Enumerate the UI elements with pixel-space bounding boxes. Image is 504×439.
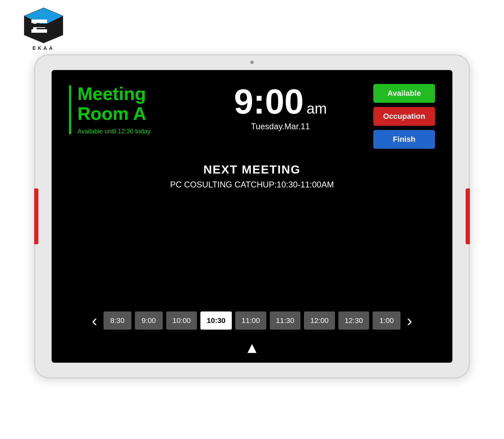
green-accent-bar (69, 85, 71, 134)
available-text: Available until 12:30 today (77, 128, 151, 135)
top-section: MeetingRoom A Available until 12:30 toda… (52, 70, 452, 156)
available-button[interactable]: Available (373, 84, 435, 103)
logo-icon (21, 6, 66, 45)
svg-rect-5 (24, 24, 63, 27)
room-name: MeetingRoom A (77, 84, 151, 124)
clock-hours-minutes: 9:00 (234, 84, 304, 119)
logo-container: EKAA (21, 6, 66, 51)
time-slot-1230[interactable]: 12:30 (338, 311, 369, 330)
time-slot-1200[interactable]: 12:00 (304, 311, 335, 330)
timeline-prev-arrow[interactable]: ‹ (85, 311, 103, 330)
time-slot-900[interactable]: 9:00 (135, 311, 163, 330)
time-slot-1030[interactable]: 10:30 (200, 311, 232, 330)
timeline-slots: 8:309:0010:0010:3011:0011:3012:0012:301:… (104, 311, 401, 330)
clock-date: Tuesday.Mar.11 (251, 122, 310, 131)
next-meeting-title: NEXT MEETING (203, 163, 300, 176)
clock-time: 9:00 am (234, 84, 327, 119)
logo-area: EKAA (0, 0, 504, 54)
timeline-next-arrow[interactable]: › (400, 311, 418, 330)
clock-ampm: am (306, 101, 327, 116)
timeline-section: ‹ 8:309:0010:0010:3011:0011:3012:0012:30… (52, 301, 452, 337)
time-slot-1100[interactable]: 11:00 (235, 311, 266, 330)
up-arrow-section: ▲ (52, 337, 452, 363)
time-slot-1130[interactable]: 11:30 (270, 311, 301, 330)
time-slot-830[interactable]: 8:30 (104, 311, 131, 330)
tablet-device: MeetingRoom A Available until 12:30 toda… (34, 54, 470, 378)
screen: MeetingRoom A Available until 12:30 toda… (52, 70, 452, 363)
action-buttons: Available Occupation Finish (373, 84, 435, 149)
clock-area: 9:00 am Tuesday.Mar.11 (188, 84, 373, 131)
time-slot-100[interactable]: 1:00 (373, 311, 400, 330)
logo-text: EKAA (32, 45, 55, 51)
up-arrow[interactable]: ▲ (244, 339, 260, 356)
occupation-button[interactable]: Occupation (373, 107, 435, 126)
next-meeting-detail: PC COSULTING CATCHUP:10:30-11:00AM (170, 180, 334, 190)
room-info: MeetingRoom A Available until 12:30 toda… (69, 84, 188, 135)
finish-button[interactable]: Finish (373, 130, 435, 149)
room-details: MeetingRoom A Available until 12:30 toda… (77, 84, 151, 135)
time-slot-1000[interactable]: 10:00 (166, 311, 197, 330)
camera-dot (250, 61, 254, 64)
next-meeting-section: NEXT MEETING PC COSULTING CATCHUP:10:30-… (52, 156, 452, 193)
left-status-indicator (34, 188, 38, 244)
right-status-indicator (466, 188, 470, 244)
